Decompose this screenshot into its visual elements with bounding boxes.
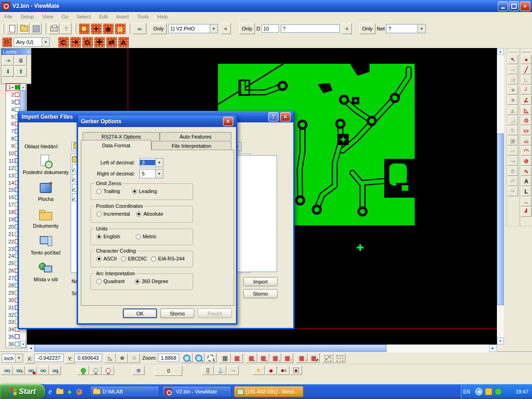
rectangle-tool-icon[interactable]: ▭ (521, 126, 532, 135)
view-flashes-icon[interactable]: oo▄ (25, 366, 37, 375)
radio-option[interactable]: Leading (132, 188, 157, 194)
print-button[interactable] (48, 23, 60, 34)
canvas-horizontal-scrollbar[interactable]: ◀ ▶ (27, 345, 497, 352)
clock[interactable]: 19:47 (508, 389, 528, 394)
save-button[interactable] (30, 23, 42, 34)
menu-go[interactable]: Go (57, 13, 73, 20)
cancel-button[interactable]: Storno (243, 289, 278, 298)
horizontal-scroll-thumb[interactable] (35, 345, 387, 352)
line-tool-icon[interactable]: ╱ (521, 65, 532, 74)
menu-select[interactable]: Select (73, 13, 95, 20)
scale-icon[interactable]: ▣ (508, 136, 518, 145)
green-app-icon[interactable]: ◆ (66, 388, 73, 396)
pan-right-button[interactable]: ▦→ (258, 353, 269, 363)
label-tool-icon[interactable]: L (521, 187, 532, 196)
arc-tool-icon[interactable]: ◠ (521, 146, 532, 156)
chevron-down-icon[interactable]: ▼ (155, 158, 163, 167)
scroll-up-icon[interactable]: ▲ (497, 48, 504, 55)
step-repeat-icon[interactable]: ⇨ (508, 146, 518, 156)
pan-left-button[interactable]: ▦← (246, 353, 257, 363)
place-my-computer[interactable]: Tento počítač (23, 235, 69, 255)
tab-auto-features[interactable]: Auto Features (160, 132, 231, 140)
pan-target-button[interactable]: ⊛ (128, 353, 140, 363)
text-select-icon[interactable]: A (118, 36, 129, 48)
skew-icon[interactable]: ◿ (508, 115, 518, 125)
only-layer-button[interactable]: Only (151, 23, 167, 34)
restore-button[interactable] (509, 1, 519, 11)
draw-negative-mode-button[interactable]: ◆s (278, 366, 290, 375)
settings-gear-icon[interactable]: ⚙ (508, 166, 518, 176)
only-dcode-button[interactable]: Only (239, 23, 255, 34)
chevron-down-icon[interactable]: ▼ (42, 38, 49, 46)
circle-tool-icon[interactable]: ⊙ (521, 115, 532, 125)
toolbar-grip[interactable] (2, 24, 4, 34)
menu-file[interactable]: File (0, 13, 17, 20)
dcode-dot-button[interactable]: ◉ (103, 23, 114, 34)
menu-setup[interactable]: Setup (17, 13, 38, 20)
view-all-icon[interactable]: oo∴ (1, 366, 13, 375)
layer-up-button[interactable]: ⬆ (15, 66, 27, 77)
goto-arrow-icon[interactable]: ➜ (70, 36, 81, 48)
menu-tools[interactable]: Tools (133, 13, 153, 20)
chevron-down-icon[interactable]: ▼ (417, 24, 425, 33)
undo-icon[interactable]: ↶ (508, 176, 518, 186)
canvas-vertical-scrollbar[interactable]: ▲ ▼ (497, 48, 504, 345)
layer-row[interactable]: 36 (6, 340, 20, 348)
layer-row[interactable]: 2 (6, 91, 20, 98)
new-file-button[interactable] (6, 23, 18, 34)
angle-tool-icon[interactable]: ∠ (521, 95, 532, 105)
tray-green-icon[interactable] (495, 388, 502, 395)
zoom-window-button[interactable] (205, 353, 217, 363)
rotate-icon[interactable]: ↻ (508, 126, 518, 135)
layer-color-swatch[interactable] (15, 334, 19, 339)
highlight-on-button[interactable] (77, 366, 89, 375)
previous-layer-button[interactable]: < (221, 23, 231, 34)
tab-data-format[interactable]: Data Format (81, 140, 151, 150)
draw-positive-mode-button[interactable]: ◆ (265, 366, 277, 375)
zoom-in-button[interactable] (181, 353, 193, 363)
ellipse-tool-icon[interactable]: ⊘ (521, 156, 532, 166)
view-lines-icon[interactable]: oo· (37, 366, 49, 375)
previous-net-button[interactable]: < (342, 23, 352, 34)
scroll-up-icon[interactable]: ▲ (20, 84, 26, 91)
move-to-origin-icon[interactable]: ⇢ (508, 65, 518, 74)
radio-option[interactable]: Absolute (136, 211, 163, 217)
redo-icon[interactable]: ↷ (508, 187, 518, 196)
radio-option[interactable]: Incremental (97, 211, 130, 217)
layer-colors-button[interactable]: ▤ (115, 23, 126, 34)
chord-tool-icon[interactable]: ⌓ (521, 136, 532, 145)
cancel-button[interactable]: Storno (160, 308, 194, 318)
draw-select-mode-button[interactable]: ◆ (290, 366, 302, 375)
layer-row[interactable]: 35 (6, 333, 20, 340)
copy-move-icon[interactable]: ⇉ (508, 75, 518, 85)
radio-option[interactable]: EIA RS-244 (151, 256, 184, 261)
dcode-query-input[interactable]: ? (281, 24, 340, 33)
scroll-down-icon[interactable]: ▼ (497, 338, 504, 345)
minimize-button[interactable] (498, 1, 508, 11)
firefox-icon[interactable] (75, 388, 83, 396)
import-button[interactable]: Import (243, 277, 278, 286)
folder-quicklaunch-icon[interactable] (56, 388, 64, 396)
view-polygons-icon[interactable]: oo∠ (49, 366, 61, 375)
apply-button[interactable]: Použít (198, 308, 232, 318)
units-combo[interactable]: inch ▼ (2, 354, 23, 363)
pad-tool-icon[interactable]: ● (521, 54, 532, 64)
context-help-button[interactable]: ? (60, 23, 72, 34)
scroll-down-icon[interactable]: ▼ (20, 341, 26, 348)
highlight-query-button[interactable] (102, 366, 114, 375)
radio-option[interactable]: English (97, 234, 120, 239)
radio-option[interactable]: EBCDIC (121, 256, 147, 261)
ok-button[interactable]: OK (123, 308, 157, 318)
menu-view[interactable]: View (38, 13, 57, 20)
angle-measure-button[interactable]: ◺ (104, 353, 116, 363)
place-documents[interactable]: Dokumenty (23, 208, 69, 229)
select-area-button[interactable]: ⤢ (322, 353, 333, 363)
place-network[interactable]: Místa v síti (23, 262, 69, 282)
close-icon[interactable]: × (223, 117, 233, 126)
grid-snap-button[interactable]: ▦ (219, 353, 231, 363)
close-icon[interactable]: x (27, 49, 30, 54)
place-recent-documents[interactable]: Poslední dokumenty (23, 155, 69, 175)
view-traces-icon[interactable]: oo≡ (13, 366, 25, 375)
language-indicator[interactable]: EN (463, 389, 470, 394)
layer-color-swatch[interactable] (15, 342, 19, 346)
